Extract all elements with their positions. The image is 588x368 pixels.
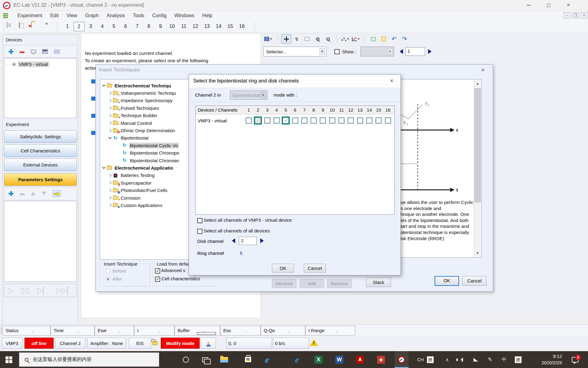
pen-icon[interactable]: ✎: [484, 351, 496, 368]
chevron-right-icon[interactable]: [108, 114, 111, 117]
channel-checkbox-12[interactable]: [348, 117, 354, 124]
graph-style-icon[interactable]: ▼: [341, 34, 350, 44]
chevron-right-icon[interactable]: [108, 174, 111, 177]
remove-device-icon[interactable]: [20, 52, 24, 53]
channel-button-15[interactable]: 15: [225, 22, 236, 31]
chevron-right-icon[interactable]: [108, 189, 111, 192]
pointer-tool-icon[interactable]: ↯: [292, 34, 302, 44]
channel-checkbox-10[interactable]: [329, 117, 335, 124]
channel-button-6[interactable]: 6: [120, 22, 131, 31]
channel-checkbox-6[interactable]: [292, 117, 298, 124]
channel-checkbox-16[interactable]: [385, 117, 391, 124]
chevron-right-icon[interactable]: [108, 196, 111, 199]
chevron-right-icon[interactable]: [108, 129, 111, 132]
chevron-right-icon[interactable]: [108, 106, 111, 110]
chevron-right-icon[interactable]: [108, 121, 111, 125]
mdi-minimize-button[interactable]: –: [564, 12, 570, 18]
insert-dialog-close-icon[interactable]: ×: [481, 67, 485, 74]
menu-tools[interactable]: Tools: [129, 12, 148, 20]
graph-axes-icon[interactable]: ▼: [351, 34, 361, 44]
channel-button-10[interactable]: 10: [167, 22, 178, 31]
tray-expand-icon[interactable]: ∧: [442, 351, 452, 368]
next-icon[interactable]: ▷▏: [37, 286, 49, 295]
ime-pinyin-icon[interactable]: 拼: [426, 351, 435, 368]
device-tree-item[interactable]: VMP3 - virtual: [6, 61, 49, 67]
mdi-close-button[interactable]: ×: [581, 12, 587, 18]
save-icon[interactable]: [43, 22, 52, 31]
channel-button-11[interactable]: 11: [178, 22, 189, 31]
volume-icon[interactable]: [456, 351, 467, 368]
channels-ok-button[interactable]: OK: [272, 264, 294, 273]
channel-button-4[interactable]: 4: [97, 22, 108, 31]
channel-checkbox-5-ring-checked[interactable]: ✓: [282, 117, 290, 125]
menu-analysis[interactable]: Analysis: [103, 12, 129, 20]
start-button[interactable]: [0, 351, 18, 368]
add-technique-icon[interactable]: [9, 191, 13, 196]
zoom-out-icon[interactable]: −: [323, 34, 333, 44]
select-all-device-checkbox[interactable]: Select all channels of VMP3 - virtual de…: [197, 217, 292, 223]
remove-technique-icon[interactable]: [20, 194, 24, 195]
disk-prev-icon[interactable]: [232, 238, 235, 243]
rename-button[interactable]: Rename: [272, 279, 296, 288]
channel-checkbox-7[interactable]: [301, 117, 307, 124]
pause-icon[interactable]: ▯▯: [21, 286, 30, 295]
scrollbar-thumb[interactable]: [474, 88, 481, 202]
channel-checkbox-3[interactable]: [264, 117, 270, 124]
insert-ok-button[interactable]: OK: [435, 276, 459, 286]
page-input[interactable]: 1: [405, 47, 425, 56]
data-table-icon[interactable]: [368, 34, 378, 44]
page-prev-icon[interactable]: [400, 49, 403, 54]
zoom-window-icon[interactable]: [302, 34, 312, 44]
edge-icon[interactable]: e: [290, 351, 304, 368]
stack-button[interactable]: Stack: [366, 278, 391, 287]
close-button[interactable]: ×: [560, 0, 576, 10]
menu-experiment[interactable]: Experiment: [13, 12, 46, 20]
channel-button-2[interactable]: 2: [74, 22, 85, 31]
redo-icon[interactable]: ↷: [400, 34, 409, 44]
channel-checkbox-8[interactable]: [311, 117, 317, 124]
description-scrollbar[interactable]: ▲ ▼: [474, 80, 481, 257]
scroll-down-icon[interactable]: ▼: [474, 249, 481, 257]
zoom-in-icon[interactable]: +: [313, 34, 322, 44]
device-monitor-icon[interactable]: [31, 50, 36, 53]
radio-before[interactable]: Before: [106, 268, 126, 274]
minimize-button[interactable]: [521, 0, 537, 10]
maximize-button[interactable]: [541, 0, 556, 10]
channel-button-1[interactable]: 1: [62, 22, 73, 31]
file-explorer-icon[interactable]: [217, 351, 231, 368]
acrobat-icon[interactable]: A: [353, 351, 367, 368]
key-icon[interactable]: [53, 190, 61, 197]
excel-icon[interactable]: X: [312, 351, 325, 368]
menu-config[interactable]: Config: [148, 12, 170, 20]
taskbar-search[interactable]: 在这里输入你要搜索的内容: [19, 352, 159, 367]
statusbar-grip[interactable]: [1, 327, 2, 335]
chevron-right-icon[interactable]: [108, 91, 111, 95]
channel-button-13[interactable]: 13: [202, 22, 213, 31]
select-all-checkbox[interactable]: Select all channels of all devices: [197, 228, 270, 234]
move-up-icon[interactable]: [31, 192, 36, 195]
red-app-icon[interactable]: ◈: [374, 351, 388, 368]
channel-button-14[interactable]: 14: [213, 22, 224, 31]
channel-button-9[interactable]: 9: [155, 22, 166, 31]
cortana-icon[interactable]: [179, 351, 193, 368]
disk-next-icon[interactable]: [260, 238, 264, 243]
add-button[interactable]: Add: [300, 279, 324, 288]
word-icon[interactable]: W: [333, 351, 346, 368]
chevron-down-icon[interactable]: [108, 136, 111, 139]
notification-icon[interactable]: 2: [568, 351, 582, 368]
new-settings-icon[interactable]: [7, 22, 15, 31]
move-down-icon[interactable]: [42, 192, 47, 195]
experiment-button-safety-adv-settings[interactable]: Safety/Adv. Settings: [4, 130, 77, 143]
add-device-icon[interactable]: [9, 49, 13, 54]
remove-button[interactable]: Remove: [327, 279, 352, 288]
device-table-icon[interactable]: [42, 49, 48, 54]
channel-button-5[interactable]: 5: [108, 22, 119, 31]
page-next-icon[interactable]: [428, 49, 432, 54]
network-icon[interactable]: [470, 351, 481, 368]
play-icon[interactable]: ▷: [8, 286, 13, 295]
chevron-down-icon[interactable]: [102, 166, 105, 169]
experiment-button-external-devices[interactable]: External Devices: [4, 159, 77, 171]
task-view-icon[interactable]: [198, 351, 212, 368]
chevron-right-icon[interactable]: [108, 99, 111, 102]
channel-button-16[interactable]: 16: [236, 22, 247, 31]
